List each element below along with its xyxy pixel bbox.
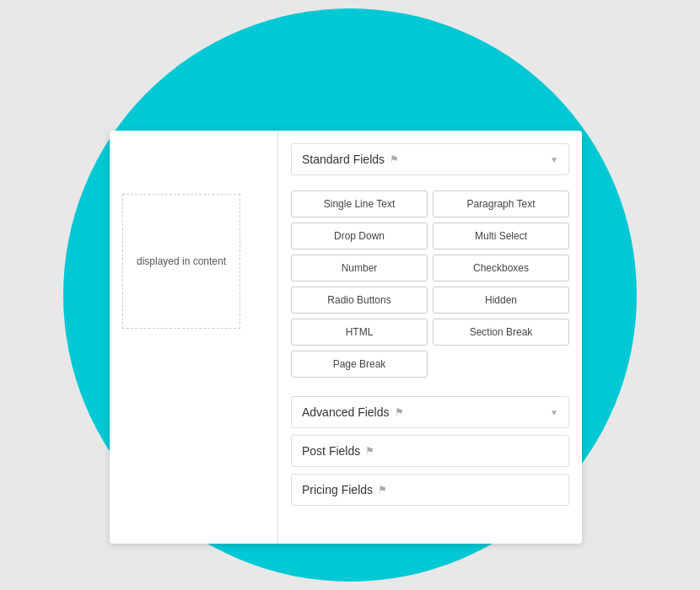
page-break-button[interactable]: Page Break bbox=[291, 351, 428, 378]
drop-down-button[interactable]: Drop Down bbox=[291, 223, 428, 249]
advanced-chevron-icon: ▼ bbox=[550, 408, 558, 417]
post-fields-header[interactable]: Post Fields ⚑ bbox=[291, 435, 569, 467]
post-fields-label: Post Fields bbox=[302, 444, 360, 458]
pricing-pin-icon: ⚑ bbox=[378, 484, 387, 496]
standard-fields-label: Standard Fields bbox=[302, 153, 385, 166]
standard-fields-header[interactable]: Standard Fields ⚑ ▼ bbox=[291, 143, 569, 175]
checkboxes-button[interactable]: Checkboxes bbox=[433, 255, 569, 282]
advanced-pin-icon: ⚑ bbox=[395, 406, 404, 418]
standard-pin-icon: ⚑ bbox=[390, 153, 399, 165]
advanced-fields-header[interactable]: Advanced Fields ⚑ ▼ bbox=[291, 396, 569, 428]
standard-chevron-icon: ▼ bbox=[550, 155, 558, 164]
advanced-fields-label: Advanced Fields bbox=[302, 405, 390, 419]
radio-buttons-button[interactable]: Radio Buttons bbox=[291, 287, 428, 314]
html-button[interactable]: HTML bbox=[291, 319, 428, 346]
pricing-fields-label: Pricing Fields bbox=[302, 483, 373, 496]
advanced-fields-title: Advanced Fields ⚑ bbox=[302, 405, 404, 419]
pricing-fields-header[interactable]: Pricing Fields ⚑ bbox=[291, 474, 569, 506]
content-box: displayed in content bbox=[122, 194, 240, 329]
standard-fields-section: Standard Fields ⚑ ▼ Single Line Text Par… bbox=[291, 143, 569, 386]
single-line-text-button[interactable]: Single Line Text bbox=[291, 190, 428, 217]
hidden-button[interactable]: Hidden bbox=[433, 287, 569, 314]
section-break-button[interactable]: Section Break bbox=[433, 319, 569, 346]
content-text: displayed in content bbox=[137, 255, 226, 269]
main-panel: displayed in content Standard Fields ⚑ ▼… bbox=[110, 131, 582, 544]
multi-select-button[interactable]: Multi Select bbox=[433, 223, 569, 249]
right-panel: Standard Fields ⚑ ▼ Single Line Text Par… bbox=[278, 131, 582, 544]
post-pin-icon: ⚑ bbox=[365, 445, 374, 457]
left-panel: displayed in content bbox=[110, 131, 278, 544]
paragraph-text-button[interactable]: Paragraph Text bbox=[433, 190, 569, 217]
pricing-fields-title: Pricing Fields ⚑ bbox=[302, 483, 387, 496]
standard-fields-title: Standard Fields ⚑ bbox=[302, 153, 399, 166]
number-button[interactable]: Number bbox=[291, 255, 428, 282]
post-fields-title: Post Fields ⚑ bbox=[302, 444, 374, 458]
standard-fields-grid: Single Line Text Paragraph Text Drop Dow… bbox=[291, 182, 569, 386]
